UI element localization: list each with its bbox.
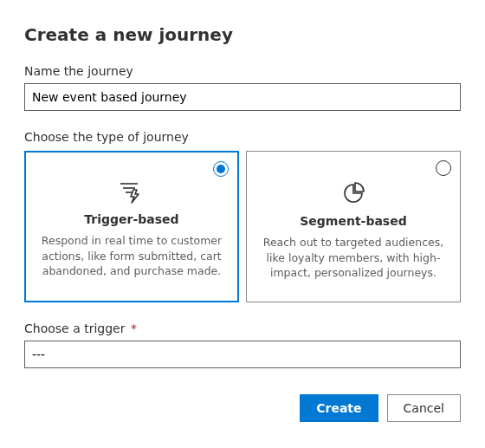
option-trigger-based[interactable]: Trigger-based Respond in real time to cu… (24, 151, 239, 302)
required-mark: * (131, 321, 137, 335)
trigger-icon (41, 181, 223, 204)
option-segment-desc: Reach out to targeted audiences, like lo… (262, 235, 444, 281)
trigger-label-text: Choose a trigger (24, 321, 125, 335)
option-segment-based[interactable]: Segment-based Reach out to targeted audi… (246, 151, 461, 302)
option-trigger-desc: Respond in real time to customer actions… (41, 233, 223, 279)
create-button[interactable]: Create (300, 394, 378, 422)
option-trigger-title: Trigger-based (41, 212, 223, 226)
dialog-actions: Create Cancel (24, 394, 461, 422)
radio-trigger[interactable] (213, 161, 229, 177)
cancel-button[interactable]: Cancel (387, 394, 461, 422)
trigger-label: Choose a trigger * (24, 321, 461, 335)
journey-name-input[interactable] (24, 83, 461, 111)
radio-segment[interactable] (436, 160, 451, 176)
page-title: Create a new journey (24, 24, 461, 45)
type-label: Choose the type of journey (24, 130, 461, 144)
name-label: Name the journey (24, 64, 461, 78)
journey-type-options: Trigger-based Respond in real time to cu… (24, 151, 461, 302)
option-segment-title: Segment-based (262, 214, 444, 228)
choose-trigger-input[interactable] (24, 341, 461, 368)
segment-icon (262, 181, 444, 205)
